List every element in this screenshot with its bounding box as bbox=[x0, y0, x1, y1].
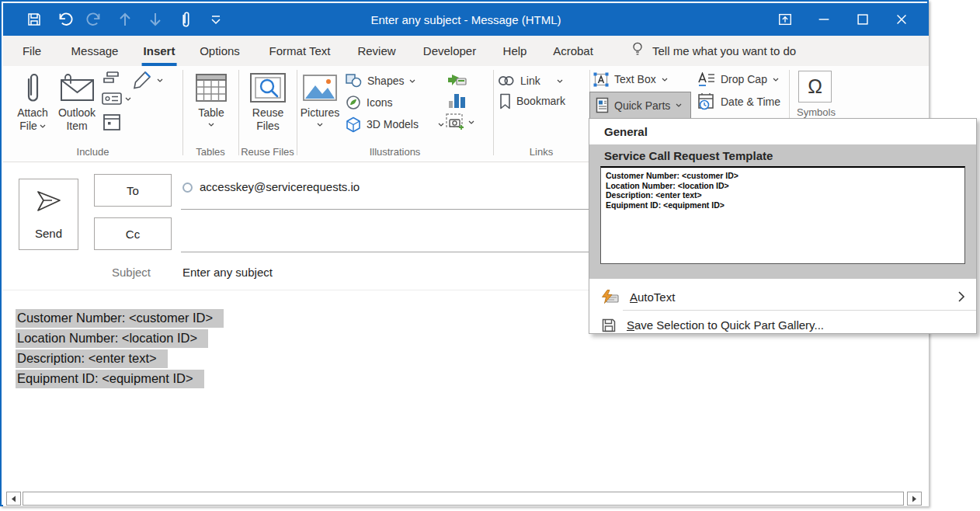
scroll-right-button[interactable] bbox=[907, 492, 922, 506]
date-time-button[interactable]: Date & Time bbox=[697, 93, 780, 110]
chevron-down-icon bbox=[557, 79, 563, 83]
chevron-down-icon bbox=[676, 103, 682, 107]
cc-button[interactable]: Cc bbox=[94, 217, 172, 250]
group-label-illustrations: Illustrations bbox=[297, 146, 493, 158]
link-button[interactable]: Link bbox=[498, 72, 563, 89]
send-button[interactable]: Send bbox=[19, 179, 78, 250]
text-box-button[interactable]: Text Box bbox=[593, 71, 668, 88]
chevron-down-icon bbox=[125, 97, 131, 101]
table-label: Table bbox=[198, 106, 224, 120]
chevron-down-icon bbox=[208, 123, 214, 127]
tab-insert[interactable]: Insert bbox=[144, 36, 175, 66]
tell-me-box[interactable]: Tell me what you want to do bbox=[631, 36, 796, 66]
icons-icon bbox=[346, 95, 361, 110]
autotext-menu-item[interactable]: AutoText bbox=[589, 283, 976, 310]
tab-acrobat[interactable]: Acrobat bbox=[553, 36, 593, 66]
ribbon-display-options-icon[interactable] bbox=[766, 3, 805, 36]
drop-cap-button[interactable]: Drop Cap bbox=[697, 71, 779, 88]
smartart-button[interactable] bbox=[447, 71, 467, 86]
omega-icon: Ω bbox=[808, 75, 822, 98]
body-line-selected[interactable]: Description: <enter text> bbox=[16, 349, 168, 368]
3d-models-button[interactable]: 3D Models bbox=[346, 116, 444, 133]
chevron-down-icon bbox=[317, 123, 323, 127]
chevron-down-icon bbox=[438, 123, 444, 127]
poll-button[interactable] bbox=[102, 70, 120, 85]
autotext-label: AutoText bbox=[630, 290, 675, 304]
save-selection-menu-item[interactable]: Save Selection to Quick Part Gallery... bbox=[589, 311, 976, 339]
reuse-files-label-2: Files bbox=[256, 120, 280, 133]
chevron-down-icon bbox=[662, 78, 668, 82]
gallery-item-title: Service Call Request Template bbox=[589, 144, 976, 166]
tab-options[interactable]: Options bbox=[200, 36, 240, 66]
group-separator bbox=[493, 70, 494, 155]
attach-file-label-2: File bbox=[19, 120, 37, 133]
preview-line: Equipment ID: <equipment ID> bbox=[606, 200, 960, 210]
signature-button[interactable] bbox=[130, 69, 163, 91]
screenshot-button[interactable] bbox=[445, 113, 474, 131]
title-bar: Enter any subject - Message (HTML) bbox=[3, 3, 929, 36]
reuse-files-button[interactable]: Reuse Files bbox=[243, 69, 293, 133]
bookmark-button[interactable]: Bookmark bbox=[499, 92, 565, 110]
business-card-button[interactable] bbox=[102, 92, 131, 106]
window-controls bbox=[766, 3, 921, 36]
subject-label: Subject bbox=[81, 266, 151, 279]
text-box-label: Text Box bbox=[614, 73, 656, 85]
lightbulb-icon bbox=[631, 41, 645, 61]
tell-me-label: Tell me what you want to do bbox=[652, 44, 796, 57]
group-label-reuse-files: Reuse Files bbox=[238, 146, 297, 158]
tab-file[interactable]: File bbox=[23, 36, 41, 66]
paperclip-icon bbox=[23, 69, 43, 106]
group-label-links: Links bbox=[493, 146, 589, 158]
submenu-chevron-icon bbox=[957, 290, 965, 305]
body-line-selected[interactable]: Customer Number: <customer ID> bbox=[16, 309, 224, 328]
chevron-down-icon bbox=[409, 79, 415, 83]
scrollbar-track[interactable] bbox=[23, 492, 904, 506]
quick-parts-button[interactable]: Quick Parts bbox=[589, 92, 691, 119]
3d-models-label: 3D Models bbox=[367, 118, 419, 130]
outlook-item-button[interactable]: Outlook Item bbox=[53, 69, 101, 133]
close-button[interactable] bbox=[882, 3, 921, 36]
to-recipient[interactable]: accesskey@servicerequests.io bbox=[200, 180, 360, 193]
save-icon bbox=[601, 318, 617, 333]
cc-label: Cc bbox=[126, 228, 140, 241]
tab-review[interactable]: Review bbox=[357, 36, 395, 66]
minimize-button[interactable] bbox=[805, 3, 843, 36]
chart-button[interactable] bbox=[447, 91, 466, 110]
icons-button[interactable]: Icons bbox=[346, 94, 392, 111]
text-box-icon bbox=[593, 72, 609, 87]
maximize-button[interactable] bbox=[843, 3, 882, 36]
shapes-icon bbox=[346, 74, 362, 88]
symbols-button[interactable]: Ω bbox=[798, 71, 832, 103]
gallery-item-selected[interactable]: Service Call Request Template Customer N… bbox=[589, 144, 976, 279]
body-line-selected[interactable]: Equipment ID: <equipment ID> bbox=[16, 370, 204, 388]
calendar-button[interactable] bbox=[103, 112, 121, 132]
body-line-selected[interactable]: Location Number: <location ID> bbox=[16, 329, 208, 348]
group-separator bbox=[297, 70, 297, 155]
tab-format-text[interactable]: Format Text bbox=[269, 36, 331, 66]
preview-line: Location Number: <location ID> bbox=[606, 181, 960, 191]
group-separator bbox=[238, 70, 239, 155]
shapes-label: Shapes bbox=[367, 75, 404, 87]
to-label: To bbox=[127, 184, 139, 197]
quick-parts-dropdown: General Service Call Request Template Cu… bbox=[589, 118, 977, 334]
scroll-left-button[interactable] bbox=[6, 492, 21, 506]
date-time-label: Date & Time bbox=[721, 96, 780, 108]
to-button[interactable]: To bbox=[94, 174, 172, 207]
tab-message[interactable]: Message bbox=[71, 36, 119, 66]
group-label-symbols: Symbols bbox=[789, 106, 843, 119]
outlook-item-label-1: Outlook bbox=[58, 106, 96, 120]
preview-line: Description: <enter text> bbox=[606, 190, 960, 200]
pictures-button[interactable]: Pictures bbox=[299, 69, 341, 127]
tab-help[interactable]: Help bbox=[503, 36, 527, 66]
outlook-item-icon bbox=[58, 69, 96, 106]
3d-cube-icon bbox=[346, 116, 361, 133]
horizontal-scrollbar bbox=[3, 491, 929, 506]
reuse-files-label-1: Reuse bbox=[252, 106, 283, 120]
table-button[interactable]: Table bbox=[187, 69, 235, 127]
bookmark-label: Bookmark bbox=[516, 95, 565, 107]
shapes-button[interactable]: Shapes bbox=[346, 72, 415, 89]
drop-cap-label: Drop Cap bbox=[721, 73, 767, 85]
attach-file-button[interactable]: Attach File bbox=[12, 69, 53, 133]
subject-input[interactable]: Enter any subject bbox=[182, 266, 273, 279]
tab-developer[interactable]: Developer bbox=[423, 36, 476, 66]
